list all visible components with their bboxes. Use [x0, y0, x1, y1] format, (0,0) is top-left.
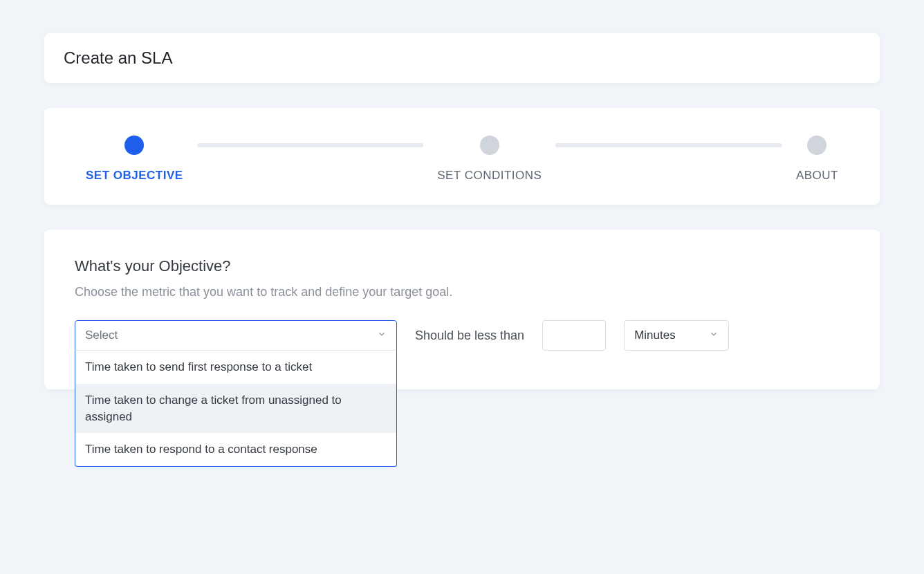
objective-form-row: Select Time taken to send first response… — [75, 320, 849, 351]
step-label: SET OBJECTIVE — [86, 169, 183, 183]
step-connector — [197, 143, 424, 147]
chevron-down-icon — [709, 328, 719, 342]
step-dot-icon — [480, 136, 499, 155]
step-label: SET CONDITIONS — [437, 169, 542, 183]
metric-option[interactable]: Time taken to change a ticket from unass… — [75, 384, 396, 434]
chevron-down-icon — [377, 328, 387, 342]
threshold-label: Should be less than — [415, 320, 524, 351]
threshold-value-input[interactable] — [542, 320, 606, 351]
stepper-card: SET OBJECTIVE SET CONDITIONS ABOUT — [44, 108, 880, 205]
metric-option[interactable]: Time taken to respond to a contact respo… — [75, 433, 396, 466]
objective-card: What's your Objective? Choose the metric… — [44, 230, 880, 389]
step-dot-icon — [124, 136, 144, 155]
section-description: Choose the metric that you want to track… — [75, 285, 849, 299]
metric-select-placeholder: Select — [85, 328, 118, 342]
metric-dropdown: Time taken to send first response to a t… — [75, 350, 397, 467]
step-dot-icon — [807, 136, 826, 155]
step-about[interactable]: ABOUT — [796, 136, 838, 183]
metric-select-wrap: Select Time taken to send first response… — [75, 320, 397, 351]
metric-option[interactable]: Time taken to send first response to a t… — [75, 351, 396, 384]
header-card: Create an SLA — [44, 33, 880, 83]
unit-select[interactable]: Minutes — [624, 320, 729, 351]
step-connector — [555, 143, 782, 147]
stepper: SET OBJECTIVE SET CONDITIONS ABOUT — [86, 136, 838, 183]
section-title: What's your Objective? — [75, 257, 849, 275]
step-set-objective[interactable]: SET OBJECTIVE — [86, 136, 183, 183]
step-label: ABOUT — [796, 169, 838, 183]
step-set-conditions[interactable]: SET CONDITIONS — [437, 136, 542, 183]
unit-select-value: Minutes — [634, 328, 676, 342]
metric-select[interactable]: Select — [75, 320, 397, 351]
page-title: Create an SLA — [64, 48, 860, 68]
